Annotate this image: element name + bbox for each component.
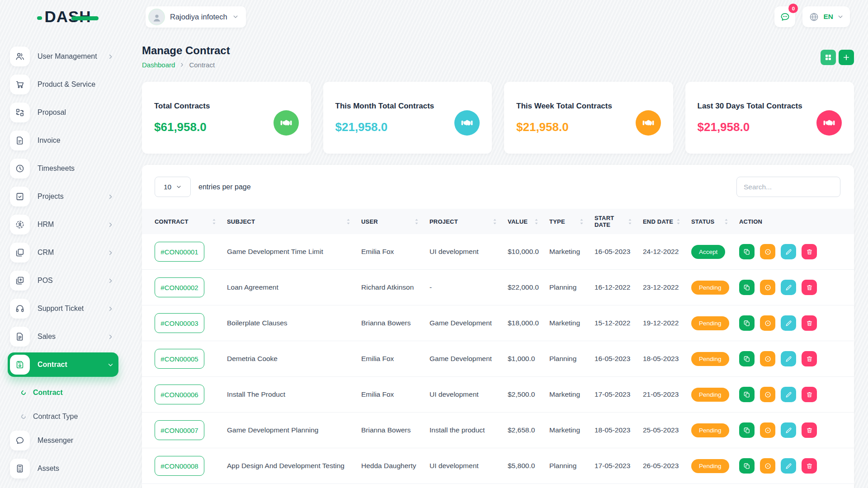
assets-icon	[10, 459, 30, 479]
edit-button[interactable]	[781, 422, 796, 438]
duplicate-button[interactable]	[739, 351, 755, 366]
contract-id-badge[interactable]: #CON00006	[155, 385, 204, 404]
view-button[interactable]	[760, 280, 775, 295]
duplicate-button[interactable]	[739, 280, 755, 295]
contract-id-badge[interactable]: #CON00001	[155, 242, 204, 262]
sidebar-item-projects[interactable]: Projects	[8, 184, 118, 209]
sidebar-item-user-management[interactable]: User Management	[8, 44, 118, 69]
duplicate-button[interactable]	[739, 387, 755, 402]
edit-button[interactable]	[781, 387, 796, 402]
edit-button[interactable]	[781, 244, 796, 259]
contract-id-badge[interactable]: #CON00005	[155, 349, 204, 369]
cell-value: $1,000.0	[508, 355, 549, 363]
sidebar-subitem-contract-type[interactable]: Contract Type	[0, 404, 128, 428]
column-header-end-date[interactable]: END DATE	[643, 209, 691, 234]
cell-user: Brianna Bowers	[361, 319, 429, 327]
sidebar-item-hrm[interactable]: HRM	[8, 212, 118, 237]
contract-id-badge[interactable]: #CON00003	[155, 313, 204, 333]
column-header-start-date[interactable]: START DATE	[594, 209, 643, 234]
view-button[interactable]	[760, 422, 775, 438]
sidebar-item-timesheets[interactable]: Timesheets	[8, 156, 118, 181]
topbar-right: 0 EN	[774, 6, 850, 27]
cell-subject: Demetria Cooke	[227, 355, 361, 363]
edit-button[interactable]	[781, 315, 796, 331]
sidebar-item-contract[interactable]: Contract	[8, 352, 118, 377]
sidebar-item-invoice[interactable]: Invoice	[8, 128, 118, 153]
sidebar-item-messenger[interactable]: Messenger	[8, 428, 118, 453]
contract-id-badge[interactable]: #CON00007	[155, 420, 204, 440]
sidebar-item-pos[interactable]: POS	[8, 268, 118, 293]
sidebar-item-crm[interactable]: CRM	[8, 240, 118, 265]
company-selector[interactable]: Rajodiya infotech	[146, 6, 246, 28]
handshake-icon	[274, 110, 299, 136]
entries-per-page-select[interactable]: 10	[155, 177, 191, 197]
column-header-type[interactable]: TYPE	[549, 209, 594, 234]
status-badge: Pending	[691, 459, 729, 473]
cell-end-date: 19-12-2022	[643, 319, 691, 327]
add-contract-button[interactable]	[839, 50, 854, 65]
row-actions	[739, 280, 854, 295]
duplicate-button[interactable]	[739, 422, 755, 438]
column-header-status[interactable]: STATUS	[691, 209, 739, 234]
avatar	[148, 9, 165, 25]
view-button[interactable]	[760, 458, 775, 474]
view-button[interactable]	[760, 315, 775, 331]
column-header-action[interactable]: ACTION	[739, 209, 854, 234]
cell-start-date: 16-12-2022	[594, 283, 643, 291]
cell-user: Emilia Fox	[361, 248, 429, 256]
sidebar-item-sales[interactable]: Sales	[8, 324, 118, 349]
column-header-project[interactable]: PROJECT	[429, 209, 508, 234]
chevron-down-icon	[837, 14, 844, 20]
sort-icon	[628, 218, 632, 225]
table-row: #CON00008 App Design And Development Tes…	[142, 448, 854, 484]
sort-icon	[212, 218, 216, 225]
view-button[interactable]	[760, 387, 775, 402]
delete-button[interactable]	[802, 458, 817, 474]
chevron-right-icon	[107, 221, 114, 228]
delete-button[interactable]	[802, 387, 817, 402]
sort-icon	[534, 218, 538, 225]
column-header-value[interactable]: VALUE	[508, 209, 549, 234]
delete-button[interactable]	[802, 280, 817, 295]
entries-label: entries per page	[198, 183, 251, 191]
sidebar-item-support-ticket[interactable]: Support Ticket	[8, 296, 118, 321]
handshake-icon	[816, 110, 842, 136]
breadcrumb-separator-icon	[179, 62, 185, 68]
view-button[interactable]	[760, 351, 775, 366]
sidebar-subitem-contract[interactable]: Contract	[0, 380, 128, 404]
language-selector[interactable]: EN	[802, 6, 850, 27]
column-header-contract[interactable]: CONTRACT	[155, 209, 227, 234]
cell-project: UI development	[429, 462, 508, 470]
sort-icon	[493, 218, 497, 225]
duplicate-button[interactable]	[739, 244, 755, 259]
delete-button[interactable]	[802, 351, 817, 366]
view-button[interactable]	[760, 244, 775, 259]
cell-subject: Game Development Planning	[227, 426, 361, 434]
column-header-user[interactable]: USER	[361, 209, 429, 234]
duplicate-button[interactable]	[739, 458, 755, 474]
globe-icon	[809, 12, 819, 22]
sidebar-item-product-service[interactable]: Product & Service	[8, 72, 118, 97]
delete-button[interactable]	[802, 244, 817, 259]
cell-project: Game Development	[429, 319, 508, 327]
search-input[interactable]	[736, 177, 840, 197]
chevron-right-icon	[107, 333, 114, 340]
sidebar-item-assets[interactable]: Assets	[8, 456, 118, 481]
edit-button[interactable]	[781, 458, 796, 474]
breadcrumb-dashboard-link[interactable]: Dashboard	[142, 61, 175, 69]
cell-type: Marketing	[549, 248, 594, 256]
messenger-button[interactable]: 0	[774, 6, 795, 27]
delete-button[interactable]	[802, 422, 817, 438]
grid-view-button[interactable]	[821, 50, 836, 65]
edit-button[interactable]	[781, 351, 796, 366]
column-header-subject[interactable]: SUBJECT	[227, 209, 361, 234]
contract-id-badge[interactable]: #CON00008	[155, 456, 204, 476]
delete-button[interactable]	[802, 315, 817, 331]
edit-button[interactable]	[781, 280, 796, 295]
sidebar-item-proposal[interactable]: Proposal	[8, 100, 118, 125]
main-content: Manage Contract Dashboard Contract Total…	[128, 33, 868, 488]
cell-end-date: 21-05-2023	[643, 390, 691, 399]
duplicate-button[interactable]	[739, 315, 755, 331]
status-badge: Pending	[691, 388, 729, 402]
contract-id-badge[interactable]: #CON00002	[155, 277, 204, 297]
